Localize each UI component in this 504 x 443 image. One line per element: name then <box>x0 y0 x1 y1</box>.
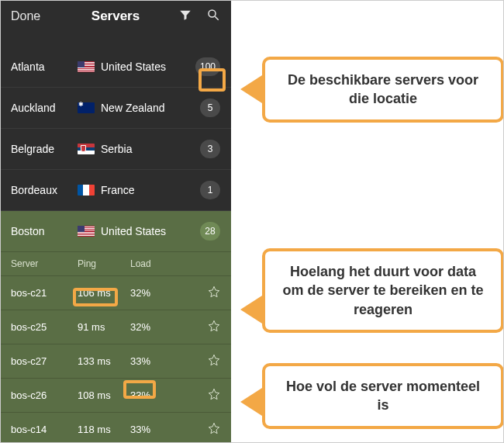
server-load: 32% <box>130 321 208 333</box>
server-ping: 133 ms <box>78 355 130 367</box>
location-row[interactable]: BordeauxFrance1 <box>0 170 231 211</box>
favorite-star-icon[interactable] <box>208 388 220 403</box>
server-load: 32% <box>130 287 208 299</box>
server-load: 33% <box>130 424 208 435</box>
server-count-badge: 100 <box>195 57 220 76</box>
server-count-badge: 3 <box>200 140 220 158</box>
server-count-badge: 28 <box>200 222 220 241</box>
server-row[interactable]: bos-c27133 ms33% <box>0 344 231 379</box>
location-country: New Zealand <box>78 102 200 114</box>
location-row[interactable]: BelgradeSerbia3 <box>0 129 231 170</box>
location-country: Serbia <box>78 143 200 155</box>
server-table-header: Server Ping Load <box>0 252 231 276</box>
col-server: Server <box>11 258 78 269</box>
location-row[interactable]: AucklandNew Zealand5 <box>0 88 231 129</box>
callout-text: De beschikbare servers voor die locatie <box>262 57 504 123</box>
server-name: bos-c21 <box>11 287 78 299</box>
location-city: Boston <box>11 225 78 237</box>
server-count-badge: 5 <box>200 99 220 117</box>
server-load: 33% <box>130 389 208 401</box>
callout-count: De beschikbare servers voor die locatie <box>240 57 504 123</box>
location-country: United States <box>78 225 200 237</box>
arrow-icon <box>240 75 262 103</box>
favorite-star-icon[interactable] <box>208 422 220 437</box>
location-city: Belgrade <box>11 143 78 155</box>
svg-line-1 <box>215 16 219 20</box>
location-list: AtlantaUnited States100AucklandNew Zeala… <box>0 47 231 252</box>
server-row[interactable]: bos-c14118 ms33% <box>0 413 231 443</box>
arrow-icon <box>240 388 262 416</box>
app-header: Done Servers <box>0 0 231 33</box>
flag-icon <box>78 144 95 154</box>
server-row[interactable]: bos-c21106 ms32% <box>0 276 231 310</box>
search-icon[interactable] <box>206 8 220 25</box>
server-ping: 118 ms <box>78 424 130 435</box>
callout-text: Hoelang het duurt voor data om de server… <box>262 248 504 333</box>
server-ping: 108 ms <box>78 389 130 401</box>
location-city: Atlanta <box>11 61 78 73</box>
location-country: France <box>78 184 200 196</box>
svg-point-0 <box>209 10 216 17</box>
favorite-star-icon[interactable] <box>208 320 220 334</box>
page-title: Servers <box>91 9 140 24</box>
flag-icon <box>78 226 95 237</box>
flag-icon <box>78 102 95 113</box>
server-name: bos-c26 <box>11 389 78 401</box>
location-row[interactable]: BostonUnited States28 <box>0 211 231 252</box>
flag-icon <box>78 185 95 196</box>
callout-load: Hoe vol de server momenteel is <box>240 363 504 429</box>
favorite-star-icon[interactable] <box>208 354 220 369</box>
server-row[interactable]: bos-c2591 ms32% <box>0 310 231 344</box>
favorite-star-icon[interactable] <box>208 286 220 300</box>
location-city: Bordeaux <box>11 184 78 196</box>
location-row[interactable]: AtlantaUnited States100 <box>0 47 231 88</box>
server-count-badge: 1 <box>200 181 220 199</box>
done-button[interactable]: Done <box>11 9 40 23</box>
location-city: Auckland <box>11 102 78 114</box>
server-name: bos-c27 <box>11 355 78 367</box>
location-country: United States <box>78 61 195 73</box>
server-name: bos-c25 <box>11 321 78 333</box>
server-name: bos-c14 <box>11 424 78 435</box>
callout-ping: Hoelang het duurt voor data om de server… <box>240 248 504 333</box>
callout-text: Hoe vol de server momenteel is <box>262 363 504 429</box>
server-load: 33% <box>130 355 208 367</box>
col-ping: Ping <box>78 258 130 269</box>
server-list: bos-c21106 ms32%bos-c2591 ms32%bos-c2713… <box>0 276 231 443</box>
flag-icon <box>78 61 95 72</box>
filter-icon[interactable] <box>178 8 192 25</box>
server-row[interactable]: bos-c26108 ms33% <box>0 379 231 413</box>
arrow-icon <box>240 296 262 324</box>
col-load: Load <box>130 258 220 269</box>
server-ping: 91 ms <box>78 321 130 333</box>
header-actions <box>178 8 220 25</box>
server-ping: 106 ms <box>78 287 130 299</box>
servers-app: Done Servers Servers Favorites AtlantaUn… <box>0 0 231 443</box>
